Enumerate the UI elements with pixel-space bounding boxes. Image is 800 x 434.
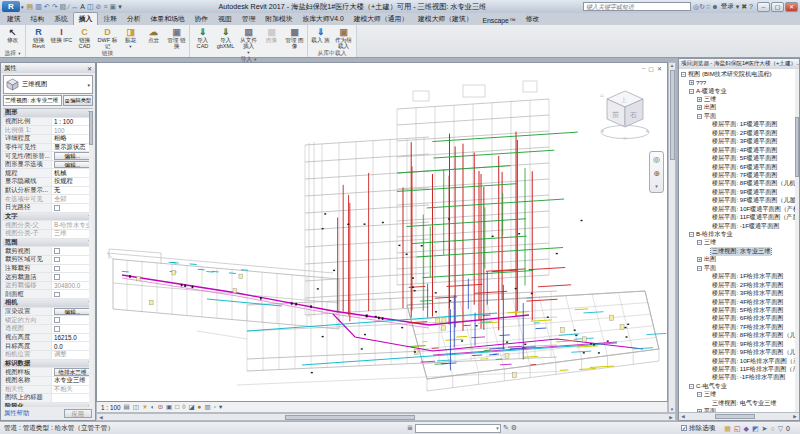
- tree-item-label[interactable]: 出图: [703, 256, 717, 264]
- property-value[interactable]: 304800.0: [52, 282, 93, 289]
- help-icon[interactable]: ?: [749, 3, 753, 10]
- tree-expander-icon[interactable]: +: [689, 80, 694, 85]
- sign-in-label[interactable]: 登录: [721, 2, 734, 11]
- tree-row[interactable]: 楼层平面: 9F给排水平面图（儿屋）: [679, 348, 799, 356]
- shadows-icon[interactable]: ◐: [151, 404, 155, 411]
- tree-item-label[interactable]: 三维: [703, 95, 717, 103]
- tree-item-label[interactable]: 楼层平面: 9F给排水平面图（儿屋）: [711, 348, 799, 356]
- apply-button[interactable]: 应用: [64, 409, 92, 418]
- ribbon-button[interactable]: C 链接 CAD: [73, 26, 96, 50]
- tree-item-label[interactable]: 楼层平面: 4F暖通平面图: [711, 146, 778, 154]
- edit-button[interactable]: 编辑...: [54, 152, 91, 159]
- scroll-thumb[interactable]: [285, 415, 415, 420]
- browser-horizontal-scrollbar[interactable]: ◀ ▶: [679, 412, 799, 420]
- view-close-icon[interactable]: ✕: [657, 65, 662, 72]
- tree-item-label[interactable]: 楼层平面: 9F暖通平面图: [711, 188, 778, 196]
- tree-expander-icon[interactable]: −: [697, 266, 702, 271]
- tree-expander-icon[interactable]: +: [697, 97, 702, 102]
- tree-row[interactable]: 楼层平面: 8F暖通平面图（儿机）: [679, 180, 799, 188]
- close-icon[interactable]: ✕: [87, 65, 92, 72]
- design-options-edit-icon[interactable]: ✎: [503, 424, 509, 432]
- ribbon-button[interactable]: ☁ 点云: [142, 26, 165, 50]
- viewcube[interactable]: ⌂ 上 前 右: [599, 85, 651, 143]
- ribbon-button[interactable]: ◨ 贴花 ▾: [119, 26, 142, 50]
- ribbon-tab[interactable]: 插入: [73, 12, 99, 25]
- scroll-left-icon[interactable]: ◀: [97, 415, 105, 420]
- edit-type-button[interactable]: ⊞ 编辑类型: [63, 95, 93, 106]
- properties-help-link[interactable]: 属性帮助: [4, 409, 29, 418]
- tree-item-label[interactable]: 平面: [703, 408, 717, 413]
- tree-expander-icon[interactable]: −: [681, 72, 686, 77]
- exchange-apps-icon[interactable]: ✖: [741, 3, 747, 11]
- ribbon-tab[interactable]: 系统: [49, 13, 73, 25]
- select-pinned-icon[interactable]: ◆: [744, 425, 749, 432]
- select-by-face-icon[interactable]: ◩: [752, 425, 759, 432]
- tree-row[interactable]: 楼层平面: 1F暖通平面图: [679, 121, 799, 129]
- tree-row[interactable]: 楼层平面: 4F暖通平面图: [679, 146, 799, 154]
- ribbon-tab[interactable]: 建筑: [2, 13, 26, 25]
- tree-row[interactable]: 楼层平面: 6F给排水平面图: [679, 315, 799, 323]
- tree-item-label[interactable]: 楼层平面: -1F暖通平面图: [711, 222, 780, 230]
- tree-row[interactable]: − 三维: [679, 391, 799, 399]
- tree-row[interactable]: 楼层平面: 8F给排水平面图（儿机）: [679, 332, 799, 340]
- ribbon-tab[interactable]: 建模大师（通用）: [349, 13, 413, 25]
- tree-row[interactable]: − B-给排水专业: [679, 230, 799, 238]
- save-icon[interactable]: ▥: [35, 3, 42, 10]
- signin-caret-icon[interactable]: ▾: [736, 3, 740, 11]
- text-icon[interactable]: A: [80, 3, 85, 10]
- view-minimize-icon[interactable]: –: [642, 65, 645, 72]
- tree-expander-icon[interactable]: +: [697, 257, 702, 262]
- property-checkbox[interactable]: [54, 248, 60, 254]
- canvas-horizontal-scrollbar[interactable]: ◀ ▶: [96, 413, 676, 421]
- default-3d-view-icon[interactable]: ◫: [87, 3, 94, 10]
- tree-row[interactable]: 楼层平面: 5F给排水平面图: [679, 306, 799, 314]
- viewcube-front-label[interactable]: 前: [612, 111, 619, 118]
- viewbar-caret[interactable]: ▾: [219, 404, 222, 411]
- drag-on-selection-icon[interactable]: ➤: [762, 425, 768, 432]
- ribbon-tab[interactable]: 注释: [98, 13, 122, 25]
- ribbon-button[interactable]: ⇓ 导入 CAD: [191, 26, 214, 55]
- edit-button[interactable]: 给排水三维: [54, 368, 91, 375]
- scroll-left-icon[interactable]: ◀: [679, 414, 687, 419]
- tree-item-label[interactable]: 楼层平面: -1F给排水平面图: [711, 374, 786, 382]
- ribbon-button[interactable]: ⇓ 载入 族: [309, 26, 332, 50]
- property-value[interactable]: 水专业三维: [52, 377, 93, 385]
- property-checkbox[interactable]: [54, 266, 60, 272]
- tree-item-label[interactable]: 楼层平面: 8F给排水平面图（儿机）: [711, 332, 799, 340]
- tree-row[interactable]: 楼层平面: 10F给排水平面图（产机）: [679, 357, 799, 365]
- tree-row[interactable]: 楼层平面: 2F暖通平面图: [679, 129, 799, 137]
- ribbon-tab[interactable]: 视图: [213, 13, 237, 25]
- tree-row[interactable]: 楼层平面: 7F暖通平面图: [679, 171, 799, 179]
- tree-row[interactable]: 楼层平面: 6F暖通平面图: [679, 163, 799, 171]
- tree-row[interactable]: + 出图: [679, 256, 799, 264]
- viewcube-right-label[interactable]: 右: [630, 111, 637, 119]
- property-value[interactable]: 显示原状态: [52, 144, 93, 152]
- property-value[interactable]: 调整: [52, 351, 93, 359]
- print-icon[interactable]: ▧: [60, 3, 67, 10]
- property-value[interactable]: 三维: [52, 230, 93, 238]
- tree-item-label[interactable]: 楼层平面: 9F给排水平面图: [711, 340, 784, 348]
- property-value[interactable]: 粗略: [52, 135, 93, 143]
- tree-row[interactable]: 楼层平面: 2F给排水平面图: [679, 281, 799, 289]
- scroll-thumb[interactable]: [670, 70, 675, 160]
- ribbon-tab[interactable]: 体量和场地: [146, 13, 190, 25]
- tree-item-label[interactable]: 楼层平面: 10F暖通平面图（产机）: [711, 205, 799, 213]
- scroll-down-icon[interactable]: ▼: [670, 407, 674, 412]
- edit-button[interactable]: 编辑...: [54, 161, 91, 168]
- tree-row[interactable]: + 平面: [679, 408, 799, 413]
- navbar-caret-icon[interactable]: ▾: [655, 183, 658, 189]
- modify-button[interactable]: ↖ 修改: [1, 26, 24, 49]
- steering-wheel-icon[interactable]: ◎: [653, 155, 660, 164]
- tree-item-label[interactable]: 出图: [703, 104, 717, 112]
- app-menu-caret-icon[interactable]: ▾: [21, 4, 24, 10]
- close-hidden-windows-icon[interactable]: ▣: [110, 3, 117, 10]
- tree-row[interactable]: − 平面: [679, 264, 799, 272]
- select-links-icon[interactable]: ▦: [724, 425, 731, 432]
- ribbon-tab[interactable]: 修改: [521, 13, 545, 25]
- tree-item-label[interactable]: C-电气专业: [695, 382, 728, 390]
- detail-level-icon[interactable]: ▤: [124, 404, 130, 411]
- search-input[interactable]: [583, 2, 691, 11]
- tree-item-label[interactable]: 楼层平面: 3F暖通平面图: [711, 138, 778, 146]
- property-checkbox[interactable]: [54, 317, 60, 323]
- ribbon-button[interactable]: ▣ 管理 链接: [165, 26, 188, 50]
